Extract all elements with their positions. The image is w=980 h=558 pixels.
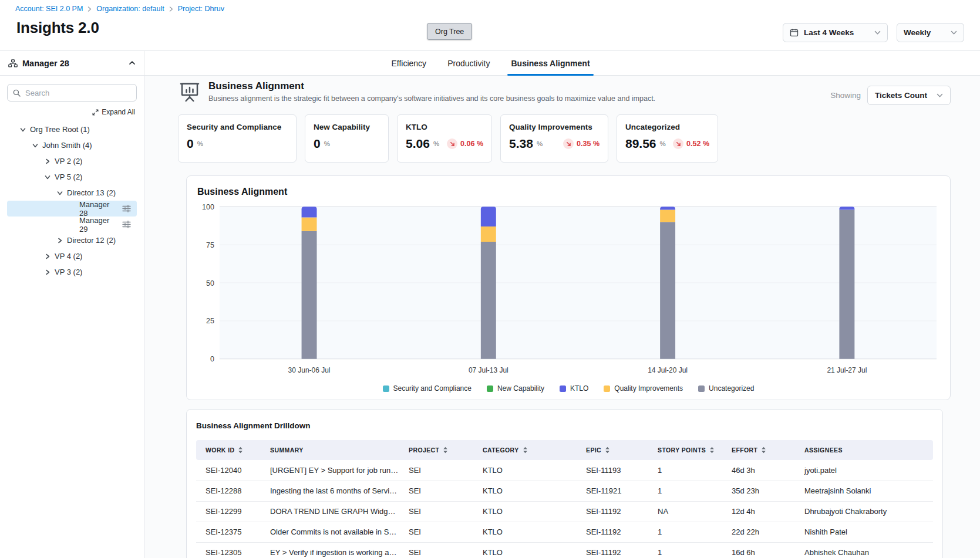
showing-dropdown[interactable]: Tickets Count	[867, 86, 951, 105]
bar-segment	[481, 226, 496, 242]
org-chart-icon	[8, 59, 18, 67]
column-label: STORY POINTS	[658, 447, 706, 454]
sort-icon[interactable]	[709, 447, 715, 454]
column-header-category[interactable]: CATEGORY	[478, 440, 581, 460]
column-header-inner: EPIC	[586, 447, 648, 454]
chevron-right-icon[interactable]	[55, 238, 65, 244]
tab-business-alignment[interactable]: Business Alignment	[511, 51, 590, 75]
sidebar-item-vp-4-2[interactable]: VP 4 (2)	[7, 248, 137, 264]
filter-icon[interactable]	[122, 221, 131, 228]
column-header-epic[interactable]: EPIC	[581, 440, 653, 460]
table-cell-category: KTLO	[478, 542, 581, 558]
table-row[interactable]: SEI-12040[URGENT] EY > Support for job r…	[196, 460, 933, 481]
sort-icon[interactable]	[605, 447, 610, 454]
org-tree-button[interactable]: Org Tree	[427, 23, 472, 40]
sidebar-header-label: Manager 28	[22, 59, 69, 68]
date-range-value: Last 4 Weeks	[804, 28, 869, 37]
sidebar-item-vp-2-2[interactable]: VP 2 (2)	[7, 153, 137, 169]
legend-item-quality-improvements[interactable]: Quality Improvements	[604, 384, 683, 393]
chevron-down-icon[interactable]	[18, 127, 28, 133]
sort-icon[interactable]	[238, 447, 243, 454]
bar-segment	[302, 231, 317, 359]
chevron-up-icon[interactable]	[129, 60, 136, 66]
tree-item-label: VP 2 (2)	[55, 157, 82, 165]
table-row[interactable]: SEI-12299DORA TREND LINE GRAPH Widgets i…	[196, 501, 933, 522]
tab-productivity[interactable]: Productivity	[447, 51, 490, 75]
sidebar-item-director-12-2[interactable]: Director 12 (2)	[7, 232, 137, 248]
expand-all-button[interactable]: Expand All	[7, 108, 135, 116]
legend-item-ktlo[interactable]: KTLO	[560, 384, 588, 393]
table-cell-story-points: 1	[653, 542, 727, 558]
org-tree: Org Tree Root (1)John Smith (4)VP 2 (2)V…	[7, 121, 137, 280]
tab-efficiency[interactable]: Efficiency	[391, 51, 426, 75]
chevron-right-icon[interactable]	[42, 269, 52, 275]
column-label: PROJECT	[409, 447, 439, 454]
stat-value-row: 89.56%0.52 %	[625, 137, 709, 151]
section-header: Business Alignment Business alignment is…	[178, 80, 951, 106]
legend-label: Uncategorized	[709, 384, 754, 393]
column-header-project[interactable]: PROJECT	[404, 440, 478, 460]
legend-item-uncategorized[interactable]: Uncategorized	[698, 384, 754, 393]
chart-legend: Security and ComplianceNew CapabilityKTL…	[196, 384, 941, 393]
column-header-inner: WORK ID	[206, 447, 261, 454]
sidebar-item-john-smith-4[interactable]: John Smith (4)	[7, 137, 137, 153]
delta-badge: 0.06 %	[447, 138, 483, 149]
stat-value: 5.38	[509, 137, 533, 151]
page-title: Insights 2.0	[16, 19, 99, 37]
x-tick-label: 14 Jul-20 Jul	[648, 366, 688, 374]
chevron-down-icon[interactable]	[30, 143, 40, 148]
expand-icon	[92, 109, 99, 116]
breadcrumb-item-account-sei-2-0-pm[interactable]: Account: SEI 2.0 PM	[15, 5, 83, 13]
chevron-right-icon[interactable]	[42, 158, 52, 164]
sidebar-item-vp-3-2[interactable]: VP 3 (2)	[7, 264, 137, 280]
sort-icon[interactable]	[761, 447, 766, 454]
granularity-dropdown[interactable]: Weekly	[897, 23, 964, 42]
y-tick-label: 0	[210, 355, 214, 363]
bar-segment	[839, 207, 854, 209]
sort-icon[interactable]	[443, 447, 448, 454]
chevron-down-icon[interactable]	[42, 174, 52, 180]
sidebar-item-vp-5-2[interactable]: VP 5 (2)	[7, 169, 137, 185]
stat-unit: %	[197, 140, 203, 147]
column-header-assignees[interactable]: ASSIGNEES	[800, 440, 933, 460]
search-input[interactable]	[25, 89, 131, 97]
column-header-inner: PROJECT	[409, 447, 473, 454]
tree-item-label: VP 5 (2)	[55, 173, 82, 181]
column-header-summary[interactable]: SUMMARY	[265, 440, 404, 460]
column-header-story-points[interactable]: STORY POINTS	[653, 440, 727, 460]
table-row[interactable]: SEI-12288Ingesting the last 6 months of …	[196, 481, 933, 501]
table-row[interactable]: SEI-12305EY > Verify if ingestion is wor…	[196, 542, 933, 558]
legend-swatch	[604, 385, 610, 392]
stat-value: 0	[187, 137, 194, 151]
sidebar-item-org-tree-root-1[interactable]: Org Tree Root (1)	[7, 121, 137, 137]
breadcrumb-item-organization-default[interactable]: Organization: default	[96, 5, 164, 13]
filter-icon[interactable]	[122, 205, 131, 212]
chevron-down-icon[interactable]	[55, 190, 65, 196]
table-header-row: WORK IDSUMMARYPROJECTCATEGORYEPICSTORY P…	[196, 440, 933, 460]
table-cell-work-id: SEI-12299	[196, 501, 265, 522]
legend-item-security-and-compliance[interactable]: Security and Compliance	[383, 384, 472, 393]
stat-unit: %	[324, 140, 330, 147]
table-cell-project: SEI	[404, 481, 478, 501]
breadcrumb-item-project-dhruv[interactable]: Project: Dhruv	[178, 5, 224, 13]
column-header-effort[interactable]: EFFORT	[727, 440, 800, 460]
sort-icon[interactable]	[523, 447, 528, 454]
stat-card-quality-improvements: Quality Improvements5.38%0.35 %	[500, 114, 608, 163]
tree-item-label: Director 12 (2)	[67, 236, 116, 245]
sidebar-item-manager-28[interactable]: Manager 28	[7, 201, 137, 217]
sidebar-item-director-13-2[interactable]: Director 13 (2)	[7, 185, 137, 201]
table-cell-project: SEI	[404, 542, 478, 558]
legend-label: New Capability	[497, 384, 544, 393]
table-row[interactable]: SEI-12375Older Commits is not available …	[196, 522, 933, 542]
table-cell-effort: 46d 3h	[727, 460, 800, 481]
sidebar-item-manager-29[interactable]: Manager 29	[7, 217, 137, 232]
table-cell-work-id: SEI-12040	[196, 460, 265, 481]
drilldown-table: WORK IDSUMMARYPROJECTCATEGORYEPICSTORY P…	[196, 440, 933, 558]
chevron-down-icon	[951, 31, 957, 35]
legend-item-new-capability[interactable]: New Capability	[487, 384, 544, 393]
table-cell-assignees: Dhrubajyoti Chakraborty	[800, 501, 933, 522]
stat-card-ktlo: KTLO5.06%0.06 %	[397, 114, 492, 163]
column-header-work-id[interactable]: WORK ID	[196, 440, 265, 460]
date-range-dropdown[interactable]: Last 4 Weeks	[783, 23, 888, 42]
chevron-right-icon[interactable]	[42, 253, 52, 259]
